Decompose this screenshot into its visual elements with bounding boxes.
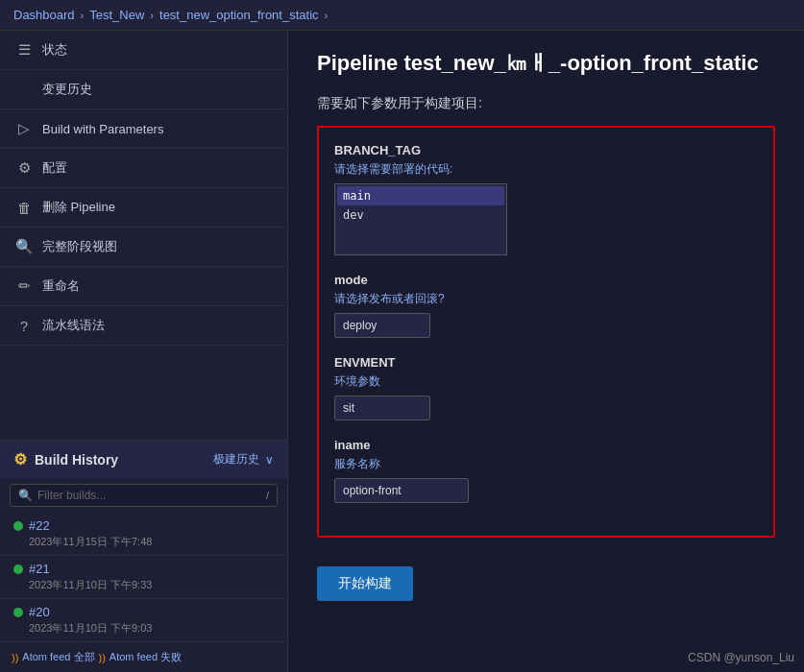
param-mode-input[interactable] <box>334 313 430 338</box>
params-container: BRANCH_TAG 请选择需要部署的代码: main dev mode 请选择… <box>317 126 775 538</box>
build-status-dot <box>13 521 23 531</box>
build-status-dot <box>13 564 23 574</box>
build-list-item[interactable]: #21 2023年11月10日 下午9:33 <box>0 556 287 599</box>
nav-icon-status: ☰ <box>15 41 33 59</box>
nav-icon-stage-view: 🔍 <box>15 238 33 255</box>
build-date: 2023年11月15日 下午7:48 <box>29 535 274 549</box>
param-mode-hint: 请选择发布或者回滚? <box>334 291 758 307</box>
param-envment: ENVMENT 环境参数 <box>334 355 758 420</box>
param-mode-name: mode <box>334 273 758 287</box>
build-history-header[interactable]: ⚙ Build History 极建历史 ∨ <box>0 440 287 478</box>
param-iname-input[interactable] <box>334 478 469 503</box>
breadcrumb-sep-1: › <box>81 10 85 21</box>
build-date: 2023年11月10日 下午9:03 <box>29 621 274 636</box>
nav-label-stage-view: 完整阶段视图 <box>42 238 117 255</box>
nav-label-status: 状态 <box>42 41 67 59</box>
sidebar-item-config[interactable]: ⚙ 配置 <box>0 149 287 188</box>
pipeline-title: Pipeline test_new_㎞ㅐ_-option_front_stati… <box>317 50 775 78</box>
nav-icon-build-with-params: ▷ <box>15 120 33 137</box>
param-branch-tag-hint: 请选择需要部署的代码: <box>334 161 758 178</box>
build-history-title-group: ⚙ Build History <box>13 450 118 468</box>
sidebar-nav: ☰ 状态 变更历史 ▷ Build with Parameters ⚙ 配置 🗑… <box>0 31 287 440</box>
sidebar: ☰ 状态 变更历史 ▷ Build with Parameters ⚙ 配置 🗑… <box>0 31 288 672</box>
branch-option-dev[interactable]: dev <box>337 205 504 225</box>
nav-label-rename: 重命名 <box>42 277 80 295</box>
param-branch-tag: BRANCH_TAG 请选择需要部署的代码: main dev <box>334 143 758 255</box>
atom-icon-1: )) <box>12 652 18 663</box>
build-list: #22 2023年11月15日 下午7:48 #21 2023年11月10日 下… <box>0 513 287 642</box>
breadcrumb-sep-3: › <box>325 10 329 21</box>
sidebar-item-stage-view[interactable]: 🔍 完整阶段视图 <box>0 228 287 267</box>
branch-option-main[interactable]: main <box>337 186 504 205</box>
sidebar-item-delete-pipeline[interactable]: 🗑 删除 Pipeline <box>0 188 287 228</box>
filter-builds-container: 🔍 / <box>10 484 278 507</box>
build-number: #21 <box>29 562 50 576</box>
nav-label-pipeline-syntax: 流水线语法 <box>42 317 105 334</box>
build-list-item[interactable]: #22 2023年11月15日 下午7:48 <box>0 513 287 556</box>
atom-icon-2: )) <box>99 652 106 663</box>
build-history-chevron[interactable]: ∨ <box>265 453 274 467</box>
param-envment-hint: 环境参数 <box>334 373 758 390</box>
breadcrumb-pipeline[interactable]: test_new_option_front_static <box>159 8 319 22</box>
param-envment-input[interactable] <box>334 396 430 420</box>
build-status-dot <box>13 608 23 617</box>
sidebar-item-status[interactable]: ☰ 状态 <box>0 31 287 70</box>
build-number: #22 <box>29 518 50 533</box>
sidebar-item-change-history[interactable]: 变更历史 <box>0 70 287 109</box>
nav-label-change-history: 变更历史 <box>42 81 92 98</box>
build-number: #20 <box>29 605 50 619</box>
build-history-right: 极建历史 ∨ <box>213 451 274 468</box>
nav-label-config: 配置 <box>42 159 67 177</box>
nav-label-delete-pipeline: 删除 Pipeline <box>42 199 115 216</box>
main-content: Pipeline test_new_㎞ㅐ_-option_front_stati… <box>288 31 804 672</box>
atom-feed-all-link[interactable]: Atom feed 全部 <box>22 650 94 664</box>
breadcrumb-test-new[interactable]: Test_New <box>89 8 144 22</box>
branch-select[interactable]: main dev <box>334 183 507 255</box>
params-intro: 需要如下参数用于构建项目: <box>317 95 775 112</box>
sidebar-item-build-with-params[interactable]: ▷ Build with Parameters <box>0 109 287 149</box>
build-list-item[interactable]: #20 2023年11月10日 下午9:03 <box>0 599 287 642</box>
watermark: CSDN @yunson_Liu <box>688 651 794 664</box>
filter-shortcut: / <box>266 490 269 501</box>
sidebar-item-rename[interactable]: ✏ 重命名 <box>0 267 287 306</box>
nav-icon-config: ⚙ <box>15 159 33 177</box>
param-iname-hint: 服务名称 <box>334 456 758 472</box>
nav-icon-delete-pipeline: 🗑 <box>15 200 33 216</box>
build-date: 2023年11月10日 下午9:33 <box>29 578 274 592</box>
atom-links: )) Atom feed 全部 )) Atom feed 失败 <box>0 642 287 672</box>
filter-builds-input[interactable] <box>37 489 266 502</box>
search-icon: 🔍 <box>18 489 33 502</box>
start-build-button[interactable]: 开始构建 <box>317 566 413 601</box>
nav-icon-rename: ✏ <box>15 277 33 295</box>
build-history-title: Build History <box>35 452 118 468</box>
build-history-subtitle: 极建历史 <box>213 451 259 468</box>
breadcrumb-sep-2: › <box>150 10 154 21</box>
param-iname: iname 服务名称 <box>334 438 758 503</box>
param-branch-tag-name: BRANCH_TAG <box>334 143 758 157</box>
param-envment-name: ENVMENT <box>334 355 758 370</box>
build-history-gear-icon: ⚙ <box>13 450 27 468</box>
param-mode: mode 请选择发布或者回滚? <box>334 273 758 338</box>
breadcrumb: Dashboard › Test_New › test_new_option_f… <box>0 0 804 31</box>
atom-feed-fail-link[interactable]: Atom feed 失败 <box>110 650 182 664</box>
nav-label-build-with-params: Build with Parameters <box>42 122 163 136</box>
breadcrumb-dashboard[interactable]: Dashboard <box>13 8 75 22</box>
sidebar-item-pipeline-syntax[interactable]: ? 流水线语法 <box>0 306 287 346</box>
nav-icon-pipeline-syntax: ? <box>15 318 33 334</box>
param-iname-name: iname <box>334 438 758 452</box>
